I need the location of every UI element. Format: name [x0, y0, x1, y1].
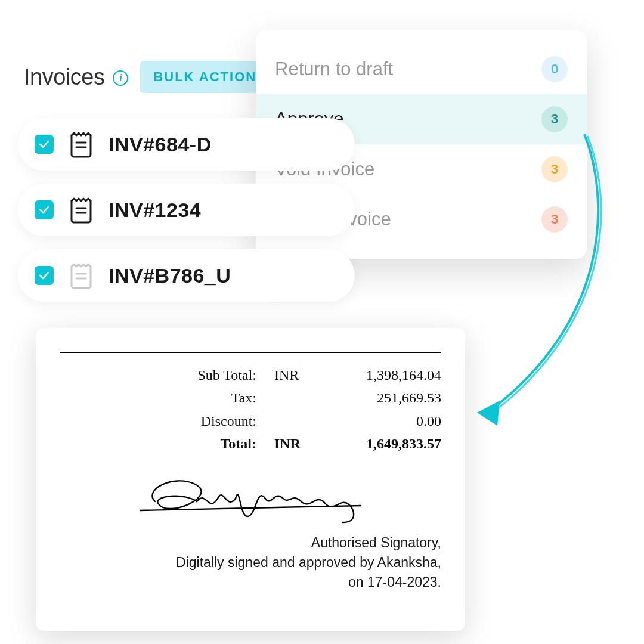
menu-item-label: Return to draft: [275, 58, 393, 80]
invoice-number: INV#1234: [109, 199, 201, 222]
signature-text: Authorised Signatory, Digitally signed a…: [60, 533, 441, 593]
invoice-row[interactable]: INV#B786_U: [18, 249, 355, 302]
invoice-number: INV#B786_U: [109, 264, 231, 287]
receipt-value: 1,649,833.57: [316, 432, 441, 455]
invoice-row[interactable]: INV#1234: [18, 184, 355, 236]
bulk-actions-label: BULK ACTIONS: [153, 69, 266, 85]
receipt-value: 251,669.53: [316, 386, 441, 409]
signature-line: Digitally signed and approved by Akanksh…: [60, 553, 441, 572]
checkbox-checked-icon[interactable]: [35, 200, 54, 219]
signature-line: on 17-04-2023.: [60, 572, 441, 592]
checkbox-checked-icon[interactable]: [35, 266, 54, 285]
count-badge: 3: [541, 106, 568, 132]
receipt-row-discount: Discount: 0.00: [60, 410, 441, 432]
receipt-currency: INR: [274, 432, 316, 455]
receipt-totals: Sub Total: INR 1,398,164.04 Tax: 251,669…: [60, 364, 441, 456]
svg-marker-6: [477, 401, 500, 426]
divider: [60, 352, 441, 353]
receipt-currency: INR: [274, 364, 316, 386]
receipt-row-tax: Tax: 251,669.53: [60, 386, 441, 409]
receipt-label: Sub Total:: [60, 364, 274, 386]
receipt-label: Total:: [60, 432, 274, 455]
receipt-icon: [69, 131, 93, 158]
signature-icon: [137, 469, 364, 528]
receipt-value: 1,398,164.04: [316, 364, 441, 386]
invoice-number: INV#684-D: [109, 133, 212, 156]
receipt-label: Discount:: [60, 410, 274, 432]
signature: [60, 469, 441, 531]
receipt-row-subtotal: Sub Total: INR 1,398,164.04: [60, 364, 441, 386]
count-badge: 3: [541, 156, 568, 182]
checkbox-checked-icon[interactable]: [35, 135, 54, 154]
count-badge: 3: [541, 206, 568, 233]
menu-item-return-to-draft[interactable]: Return to draft 0: [256, 44, 587, 94]
info-icon[interactable]: i: [113, 70, 128, 86]
page-title: Invoices: [24, 64, 104, 90]
page-header: Invoices i BULK ACTIONS ❯: [24, 61, 296, 93]
invoice-row[interactable]: INV#684-D: [18, 118, 355, 171]
receipt-row-total: Total: INR 1,649,833.57: [60, 432, 441, 455]
signature-line: Authorised Signatory,: [60, 533, 441, 553]
invoice-receipt-preview: Sub Total: INR 1,398,164.04 Tax: 251,669…: [36, 328, 465, 631]
count-badge: 0: [541, 56, 568, 82]
receipt-icon: [69, 262, 93, 289]
receipt-icon: [69, 196, 93, 224]
receipt-value: 0.00: [316, 410, 441, 432]
receipt-currency: [274, 410, 316, 432]
receipt-currency: [274, 386, 316, 409]
invoice-list: INV#684-D INV#1234 INV#B786_U: [18, 118, 355, 302]
receipt-label: Tax:: [60, 386, 274, 409]
